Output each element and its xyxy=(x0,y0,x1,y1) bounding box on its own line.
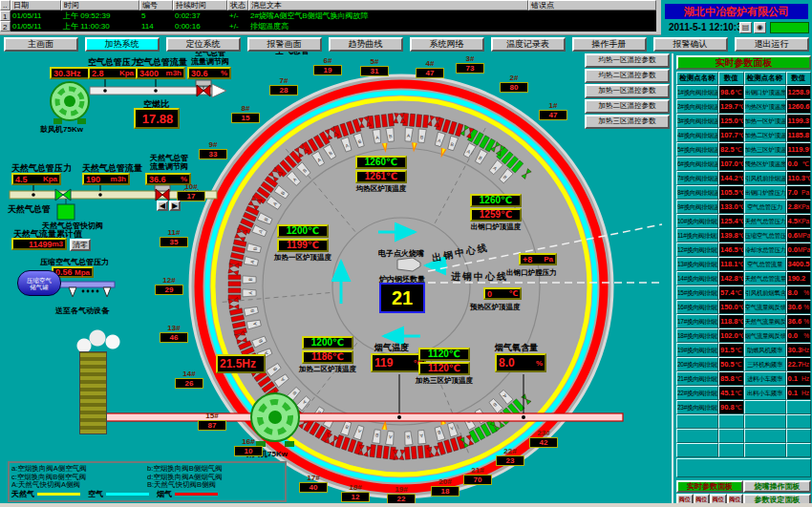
zone-param-button-1[interactable]: 均热一区温控参数 xyxy=(585,53,670,68)
panel-value-cell: 139.8℃ xyxy=(718,228,744,243)
panel-name-cell: 13#换向阀排烟温度 xyxy=(676,257,718,271)
realtime-panel-button[interactable]: 实时参数面板 xyxy=(676,480,743,493)
table-row: 12#换向阀排烟温度146.5℃冷却水总管压力0.0MPa xyxy=(676,243,811,257)
unit: Hz xyxy=(801,390,810,396)
alarm-cell: +/- xyxy=(227,21,248,32)
value: 133.0 xyxy=(719,202,738,211)
alarm-row[interactable]: 101/05/11上午 09:52:3950:02:37+/-2#烧嘴A侧空气B… xyxy=(0,11,661,21)
burner-value-display: 10 xyxy=(234,446,263,456)
status-bar-green xyxy=(770,22,809,33)
panel-title: 实时参数面板 xyxy=(676,55,811,70)
zone-label: 加热一区炉顶温度 xyxy=(267,253,338,263)
panel-value-cell: 118.8℃ xyxy=(718,314,744,328)
menu-系统网络[interactable]: 系统网络 xyxy=(410,37,484,52)
panel-name-cell: 10#换向阀排烟温度 xyxy=(676,214,718,228)
alarm-header-row: ..日期时间编号持续时间状态消息文本错误点 xyxy=(0,0,661,11)
unit: ℃ xyxy=(809,89,811,96)
menu-报警确认[interactable]: 报警确认 xyxy=(653,37,728,52)
billet-count-display: 21 xyxy=(379,283,425,313)
burner-number: 2# xyxy=(495,74,533,82)
value: 30.6 xyxy=(787,303,804,311)
zone-display-出钢口炉顶温度: 1260℃1259℃出钢口炉顶温度 xyxy=(470,194,522,232)
unit: KPa xyxy=(798,203,810,210)
zone-param-button-3[interactable]: 加热一区温控参数 xyxy=(585,84,670,98)
app-icon-1[interactable]: ▤ xyxy=(739,22,752,33)
charging-centerline-label: 进钢中心线 xyxy=(451,270,508,284)
value: 110.3 xyxy=(787,174,805,182)
value: 144.2 xyxy=(719,174,738,182)
burner-number: 14# xyxy=(170,370,208,378)
legend-pipe-空气: 空气 xyxy=(88,489,149,499)
menu-温度记录表[interactable]: 温度记录表 xyxy=(491,37,566,52)
smoke-icon xyxy=(73,328,122,353)
panel-value-cell: 0.0℃ xyxy=(786,157,812,171)
legend-row: a:空烟换向阀A侧空气阀b:空烟换向阀B侧烟气阀 xyxy=(11,464,283,473)
zone-display-加热二区炉顶温度: 1200℃1186℃加热二区炉顶温度 xyxy=(302,336,353,374)
menu-加热系统[interactable]: 加热系统 xyxy=(85,37,160,52)
unit: ℃ xyxy=(735,404,742,412)
panel-value-cell: 1199.3℃ xyxy=(786,114,812,128)
panel-value-cell: 190.2 xyxy=(786,271,812,285)
value: 0.6 xyxy=(787,231,798,240)
unit: ℃ xyxy=(809,132,811,139)
burner-number: 15# xyxy=(193,412,231,420)
panel-name-cell: 均热区炉顶温度 xyxy=(744,99,786,114)
clear-total-button[interactable]: 清零 xyxy=(70,239,91,251)
menu-报警画面[interactable]: 报警画面 xyxy=(247,37,322,52)
panel-name-cell: 6#换向阀排烟温度 xyxy=(676,157,718,171)
air-valve-display: 30.6% xyxy=(187,67,231,79)
burner-op-panel-button[interactable]: 烧嘴操作面板 xyxy=(743,480,811,493)
burner-label-8: 8#15 xyxy=(226,104,265,123)
panel-name-cell: 天然气流量阀反馈 xyxy=(744,314,786,328)
table-row: 5#换向阀排烟温度82.5℃加热三区炉顶温度1119.9℃ xyxy=(676,142,811,157)
valve-increase-button[interactable]: ▶ xyxy=(169,201,181,211)
burner-value-display: 26 xyxy=(175,378,203,389)
panel-value-cell: 110.3℃ xyxy=(786,171,812,185)
panel-name-cell: 1#换向阀排烟温度 xyxy=(676,85,718,99)
alarm-cell: 上午 09:52:39 xyxy=(61,11,139,21)
value: 30.3 xyxy=(787,346,802,354)
menu-定位系统[interactable]: 定位系统 xyxy=(166,37,241,52)
value: 190.2 xyxy=(787,274,810,283)
value: 82.5 xyxy=(719,145,735,154)
burner-label-23: 23#42 xyxy=(524,429,563,448)
gas-total-display: 11499m3 xyxy=(11,238,67,250)
burner-label-7: 7#28 xyxy=(265,76,303,95)
table-row: 9#换向阀排烟温度133.0℃空气总管压力2.8KPa xyxy=(676,200,811,214)
panel-value-cell: 1258.9℃ xyxy=(786,85,812,99)
legend-text: A:天然气快切阀A侧阀 xyxy=(11,480,147,489)
panel-value-cell: 3400.5 xyxy=(786,257,812,271)
tapping-centerline-label: 出钢中心线 xyxy=(431,241,490,264)
zone-param-button-2[interactable]: 均热二区温控参数 xyxy=(585,69,670,83)
burner-number: 1# xyxy=(534,101,572,110)
app-icon-2[interactable]: ◉ xyxy=(754,22,766,33)
unit: ℃ xyxy=(809,103,811,111)
air-pressure-display: 2.8Kpa xyxy=(88,67,138,79)
burner-number: 18# xyxy=(336,483,374,492)
valve-decrease-button[interactable]: ◀ xyxy=(157,201,168,211)
table-row: 17#换向阀排烟温度118.8℃天然气流量阀反馈36.6% xyxy=(676,314,811,328)
panel-name-cell: 14#换向阀排烟温度 xyxy=(676,271,718,285)
menu-主画面[interactable]: 主画面 xyxy=(4,37,78,52)
alarm-row[interactable]: 201/05/11上午 11:00:301140:00:16+/-排烟温度高 xyxy=(0,21,661,32)
furnace-pressure-display: +8Pa xyxy=(519,253,557,265)
panel-name-cell: 23#换向阀排烟温度 xyxy=(676,400,718,414)
burner-value-display: 47 xyxy=(416,68,444,78)
alarm-header-cell: 持续时间 xyxy=(173,0,227,11)
panel-value-cell: 105.5℃ xyxy=(718,185,744,200)
menu-操作手册[interactable]: 操作手册 xyxy=(572,37,647,52)
panel-name-cell: 出料小车频率 xyxy=(744,386,786,400)
zone-param-button-5[interactable]: 加热三区温控参数 xyxy=(585,115,670,129)
menu-退出运行[interactable]: 退出运行 xyxy=(735,37,809,52)
gas-valve-label: 天然气总管 流量调节阀 xyxy=(145,155,193,172)
zone-param-button-4[interactable]: 加热二区温控参数 xyxy=(585,99,670,114)
menu-趋势曲线[interactable]: 趋势曲线 xyxy=(329,37,403,52)
unit: Pa xyxy=(801,189,810,196)
panel-value-cell: 1260.6℃ xyxy=(786,99,812,114)
legend-text: b:空烟换向阀B侧烟气阀 xyxy=(147,464,283,473)
alarm-cell: 2 xyxy=(0,21,11,32)
alarm-cell: 114 xyxy=(139,21,173,32)
zone-label: 出钢口炉顶温度 xyxy=(460,222,531,232)
legend-row: c:空烟换向阀B侧空气阀d:空烟换向阀A侧烟气阀 xyxy=(11,473,283,481)
alarm-header-cell: 日期 xyxy=(11,0,61,11)
